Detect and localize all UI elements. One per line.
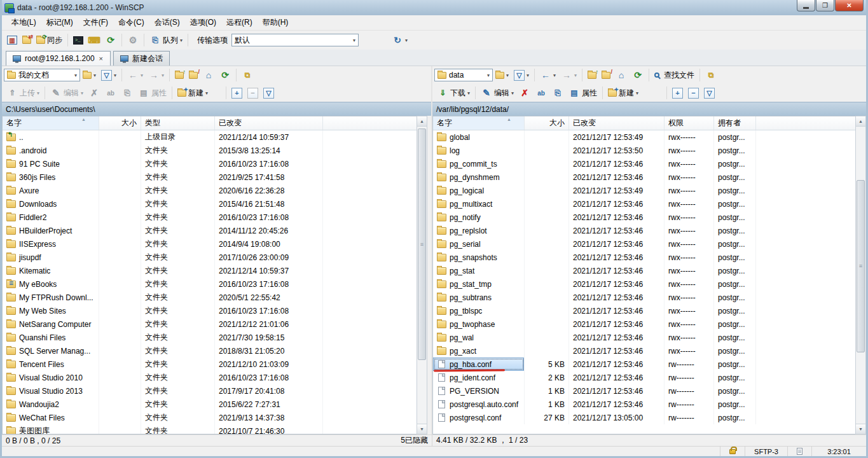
file-row[interactable]: pg_hba.conf 5 KB 2021/12/17 12:53:46 rw-… <box>433 357 855 371</box>
file-row[interactable]: SQL Server Manag... 文件夹 2018/8/31 21:05:… <box>3 344 417 357</box>
scrollbar-thumb[interactable] <box>418 128 426 360</box>
transfer-preset-select[interactable]: 默认▾ <box>231 34 359 46</box>
local-path-bar[interactable]: C:\Users\user\Documents\ <box>2 102 431 116</box>
file-row[interactable]: global 2021/12/17 12:53:49 rwx------ pos… <box>433 130 855 144</box>
local-rename-button[interactable]: ab <box>102 86 119 100</box>
download-button[interactable]: ⇓下载▾ <box>434 86 472 100</box>
local-open-directory-button[interactable]: ▾ <box>80 71 99 80</box>
file-row[interactable]: pg_snapshots 2021/12/17 12:53:46 rwx----… <box>433 251 855 264</box>
find-files-button[interactable]: 查找文件 <box>652 69 697 82</box>
minimize-button[interactable] <box>797 0 815 11</box>
remote-delete-button[interactable]: ✗ <box>516 86 533 100</box>
local-visited-directories-button[interactable]: / <box>186 71 200 80</box>
local-refresh-button[interactable]: ⟳ <box>217 68 233 82</box>
file-row[interactable]: My Web Sites 文件夹 2016/10/23 17:16:08 <box>3 304 417 317</box>
file-row[interactable]: Wandoujia2 文件夹 2015/6/22 7:27:31 <box>3 398 417 411</box>
file-row[interactable]: 美图图库 文件夹 2021/10/7 21:46:30 <box>3 424 417 434</box>
file-row[interactable]: pg_notify 2021/12/17 12:53:46 rwx------ … <box>433 211 855 224</box>
scroll-down-icon[interactable]: ▼ <box>417 424 427 434</box>
restore-button[interactable]: ❐ <box>816 0 834 11</box>
file-row[interactable]: My eBooks 文件夹 2016/10/23 17:16:08 <box>3 277 417 291</box>
remote-open-directory-button[interactable]: ▾ <box>493 71 511 80</box>
protocol-status[interactable]: SFTP-3 <box>745 447 787 456</box>
open-putty-button[interactable]: ⌨ <box>86 33 102 47</box>
open-console-button[interactable]: >_ <box>71 35 86 46</box>
remote-refresh-button[interactable]: ⟳ <box>630 68 646 82</box>
commander-view-button[interactable]: ▥ <box>4 34 20 46</box>
file-row[interactable]: Visual Studio 2013 文件夹 2017/9/17 20:41:0… <box>3 384 417 398</box>
file-row[interactable]: pg_twophase 2021/12/17 12:53:46 rwx-----… <box>433 317 855 331</box>
file-row[interactable]: pg_replslot 2021/12/17 12:53:46 rwx-----… <box>433 224 855 237</box>
file-row[interactable]: pg_ident.conf 2 KB 2021/12/17 12:53:46 r… <box>433 371 855 384</box>
local-track-changes-button[interactable]: ⧉ <box>239 68 256 82</box>
file-row[interactable]: pg_stat 2021/12/17 12:53:46 rwx------ po… <box>433 264 855 277</box>
remote-track-changes-button[interactable]: ⧉ <box>703 68 719 82</box>
file-row[interactable]: 91 PC Suite 文件夹 2016/10/23 17:16:08 <box>3 157 417 170</box>
remote-select-remove-button[interactable]: − <box>685 87 701 100</box>
local-new-button[interactable]: ✦新建▾ <box>175 87 210 100</box>
scroll-down-icon[interactable]: ▼ <box>856 424 865 434</box>
file-row[interactable]: postgresql.auto.conf 1 KB 2021/12/17 12:… <box>433 398 855 411</box>
header-owner[interactable]: 拥有者 <box>714 116 756 130</box>
local-delete-button[interactable]: ✗ <box>86 86 102 100</box>
sync-browsing-button[interactable]: ⇄ <box>20 36 34 45</box>
header-changed[interactable]: 已改变 <box>215 116 323 130</box>
file-row[interactable]: pg_tblspc 2021/12/17 12:53:46 rwx------ … <box>433 304 855 317</box>
remote-visited-directories-button[interactable]: / <box>599 71 613 80</box>
file-row[interactable]: Tencent Files 文件夹 2021/12/10 21:03:09 <box>3 357 417 371</box>
local-select-add-button[interactable]: + <box>229 87 245 100</box>
file-row[interactable]: Downloads 文件夹 2015/4/16 21:51:48 <box>3 197 417 211</box>
local-select-remove-button[interactable]: − <box>245 87 261 100</box>
tab-active-session[interactable]: root@192.168.1.200 × <box>6 51 111 66</box>
remote-new-button[interactable]: ✦新建▾ <box>605 87 641 100</box>
local-back-button[interactable]: ←▾ <box>125 68 146 82</box>
synchronize-button[interactable]: ⟳同步 <box>34 34 65 47</box>
scroll-up-icon[interactable]: ▲ <box>856 116 865 127</box>
remote-forward-button[interactable]: →▾ <box>558 68 579 82</box>
file-row[interactable]: pg_subtrans 2021/12/17 12:53:46 rwx-----… <box>433 291 855 304</box>
remote-home-button[interactable]: ⌂ <box>613 68 630 82</box>
local-edit-button[interactable]: ✎编辑▾ <box>48 86 86 100</box>
tab-new-session[interactable]: 新建会话 <box>113 51 170 66</box>
remote-rename-button[interactable]: ab <box>533 86 549 100</box>
close-button[interactable]: ✕ <box>835 0 864 11</box>
file-row[interactable]: Axure 文件夹 2020/6/16 22:36:28 <box>3 184 417 197</box>
local-select-mask-button[interactable]: ▽ <box>261 87 277 100</box>
file-row[interactable]: Quanshi Files 文件夹 2021/7/30 19:58:15 <box>3 331 417 344</box>
scroll-up-icon[interactable]: ▲ <box>417 116 427 127</box>
file-row[interactable]: pg_logical 2021/12/17 12:53:49 rwx------… <box>433 184 855 197</box>
preferences-button[interactable]: ⚙ <box>125 33 141 47</box>
menu-remote[interactable]: 远程(R) <box>222 15 257 30</box>
menu-file[interactable]: 文件(F) <box>79 15 113 30</box>
queue-button[interactable]: ⎘队列▾ <box>147 33 185 47</box>
file-row[interactable]: pg_serial 2021/12/17 12:53:46 rwx------ … <box>433 237 855 251</box>
menu-local[interactable]: 本地(L) <box>7 15 41 30</box>
local-properties-button[interactable]: ▤属性 <box>135 86 169 100</box>
file-row[interactable]: jisupdf 文件夹 2017/10/26 23:00:09 <box>3 251 417 264</box>
file-row[interactable]: Visual Studio 2010 文件夹 2016/10/23 17:16:… <box>3 371 417 384</box>
file-row[interactable]: pg_commit_ts 2021/12/17 12:53:46 rwx----… <box>433 157 855 170</box>
file-row[interactable]: Kitematic 文件夹 2021/12/14 10:59:37 <box>3 264 417 277</box>
file-row[interactable]: WeChat Files 文件夹 2021/9/13 14:37:38 <box>3 411 417 424</box>
remote-drive-select[interactable]: data▾ <box>434 69 493 81</box>
menu-session[interactable]: 会话(S) <box>150 15 184 30</box>
file-row[interactable]: 360js Files 文件夹 2021/9/25 17:41:58 <box>3 170 417 184</box>
file-row[interactable]: pg_xact 2021/12/17 12:53:46 rwx------ po… <box>433 344 855 357</box>
menu-options[interactable]: 选项(O) <box>186 15 221 30</box>
local-duplicate-button[interactable]: ⎘ <box>119 86 135 100</box>
file-row[interactable]: HBuilderProject 文件夹 2014/11/12 20:45:26 <box>3 224 417 237</box>
file-row[interactable]: .android 文件夹 2015/3/8 13:25:14 <box>3 144 417 157</box>
file-row[interactable]: .. 上级目录 2021/12/14 10:59:37 <box>3 130 417 144</box>
encryption-status[interactable] <box>720 447 745 456</box>
tab-close-icon[interactable]: × <box>99 55 104 62</box>
file-row[interactable]: pg_wal 2021/12/17 12:53:46 rwx------ pos… <box>433 331 855 344</box>
file-row[interactable]: log 2021/12/17 12:53:50 rwx------ postgr… <box>433 144 855 157</box>
remote-filter-button[interactable]: ▽▾ <box>511 69 532 82</box>
header-name[interactable]: 名字▲ <box>433 116 525 130</box>
upload-button[interactable]: ⇑上传▾ <box>4 86 42 100</box>
remote-select-mask-button[interactable]: ▽ <box>701 87 717 100</box>
menu-help[interactable]: 帮助(H) <box>258 15 293 30</box>
local-filter-button[interactable]: ▽▾ <box>99 69 119 82</box>
remote-duplicate-button[interactable]: ⎘ <box>549 86 566 100</box>
file-row[interactable]: Fiddler2 文件夹 2016/10/23 17:16:08 <box>3 211 417 224</box>
